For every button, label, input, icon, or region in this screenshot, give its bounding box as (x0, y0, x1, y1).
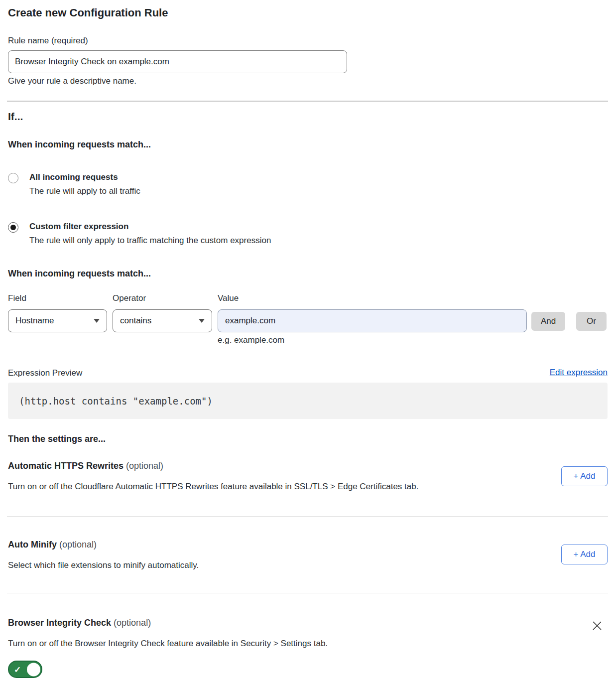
value-help: e.g. example.com (218, 335, 284, 346)
chevron-down-icon (94, 319, 100, 323)
value-input[interactable] (218, 309, 527, 332)
add-automatic-https-rewrites-button[interactable]: + Add (561, 466, 608, 486)
radio-custom-filter-expression-description: The rule will only apply to traffic matc… (29, 235, 271, 246)
create-configuration-rule-page: Create new Configuration Rule Rule name … (0, 0, 616, 686)
radio-custom-filter-expression-label[interactable]: Custom filter expression (29, 221, 128, 232)
setting-optional-text: (optional) (126, 461, 163, 471)
then-settings-heading: Then the settings are... (8, 434, 106, 444)
section-divider (7, 516, 608, 517)
setting-browser-integrity-check-title: Browser Integrity Check (optional) (8, 618, 151, 628)
check-icon: ✓ (14, 664, 21, 675)
and-button[interactable]: And (531, 312, 565, 331)
match-heading: When incoming requests match... (8, 139, 151, 150)
setting-title-text: Browser Integrity Check (8, 618, 111, 628)
toggle-knob (27, 663, 40, 676)
setting-browser-integrity-check-description: Turn on or off the Browser Integrity Che… (8, 638, 328, 649)
chevron-down-icon (199, 319, 205, 323)
operator-select-value: contains (120, 316, 151, 326)
radio-dot (10, 225, 16, 230)
expression-preview-label: Expression Preview (8, 368, 82, 379)
or-button[interactable]: Or (576, 312, 607, 331)
if-heading: If... (8, 111, 23, 123)
setting-automatic-https-rewrites-title: Automatic HTTPS Rewrites (optional) (8, 461, 163, 471)
setting-automatic-https-rewrites-description: Turn on or off the Cloudflare Automatic … (8, 481, 418, 492)
expression-preview-box: (http.host contains "example.com") (8, 383, 608, 419)
section-divider (7, 593, 608, 593)
value-label: Value (218, 293, 239, 304)
rule-name-input[interactable] (8, 50, 347, 73)
radio-all-incoming-requests-label[interactable]: All incoming requests (29, 172, 118, 183)
radio-custom-filter-expression[interactable] (8, 222, 18, 233)
radio-all-incoming-requests[interactable] (8, 173, 18, 183)
setting-title-text: Automatic HTTPS Rewrites (8, 461, 123, 471)
field-select-value: Hostname (15, 316, 54, 326)
edit-expression-link[interactable]: Edit expression (550, 368, 608, 378)
radio-all-incoming-requests-description: The rule will apply to all traffic (29, 186, 140, 197)
expression-code: (http.host contains "example.com") (19, 396, 213, 407)
add-auto-minify-button[interactable]: + Add (561, 545, 608, 564)
operator-label: Operator (113, 293, 146, 304)
setting-auto-minify-description: Select which file extensions to minify a… (8, 560, 199, 571)
expression-builder-heading: When incoming requests match... (8, 269, 151, 279)
rule-name-label: Rule name (required) (8, 35, 88, 46)
setting-optional-text: (optional) (114, 618, 151, 628)
close-icon (591, 619, 604, 632)
setting-optional-text: (optional) (59, 540, 97, 549)
operator-select[interactable]: contains (113, 309, 212, 332)
remove-browser-integrity-check-button[interactable] (591, 619, 604, 632)
section-divider (7, 101, 608, 102)
field-select[interactable]: Hostname (8, 309, 107, 332)
page-title: Create new Configuration Rule (8, 6, 168, 19)
setting-title-text: Auto Minify (8, 540, 57, 549)
browser-integrity-check-toggle[interactable]: ✓ (8, 661, 42, 678)
rule-name-help: Give your rule a descriptive name. (8, 76, 136, 87)
field-label: Field (8, 293, 26, 304)
setting-auto-minify-title: Auto Minify (optional) (8, 540, 97, 550)
